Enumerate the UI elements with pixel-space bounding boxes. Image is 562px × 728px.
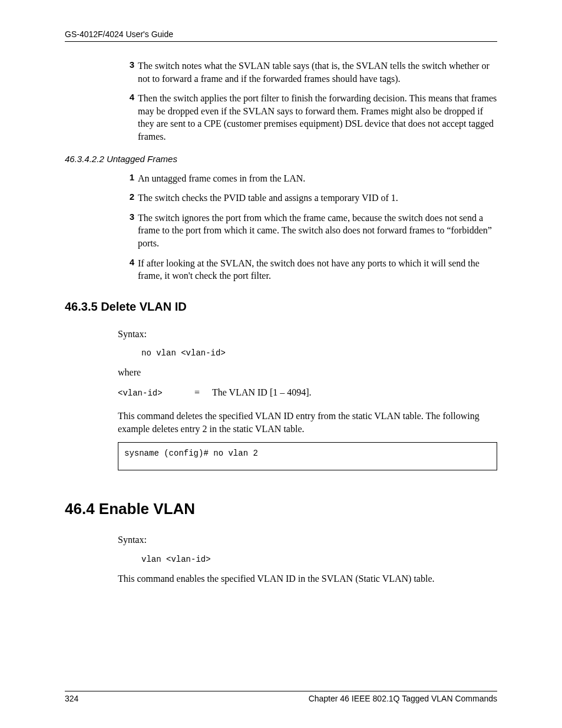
syntax-label: Syntax: (118, 328, 497, 341)
section-heading-enable-vlan: 46.4 Enable VLAN (65, 500, 497, 518)
list-item: 2 The switch checks the PVID table and a… (124, 192, 497, 205)
list-item: 3 The switch ignores the port from which… (124, 212, 497, 250)
section-body-delete: Syntax: no vlan <vlan-id> where <vlan-id… (118, 328, 497, 470)
list-text: An untagged frame comes in from the LAN. (138, 172, 497, 185)
running-header: GS-4012F/4024 User's Guide (65, 29, 497, 42)
list-number: 3 (124, 212, 134, 222)
syntax-code-delete: no vlan <vlan-id> (141, 348, 497, 358)
syntax-label: Syntax: (118, 533, 497, 546)
page-footer: 324 Chapter 46 IEEE 802.1Q Tagged VLAN C… (65, 691, 497, 703)
list-number: 4 (124, 257, 134, 267)
param-row: <vlan-id> = The VLAN ID [1 – 4094]. (118, 387, 497, 398)
list-item: 3 The switch notes what the SVLAN table … (124, 60, 497, 85)
list-number: 4 (124, 92, 134, 102)
page-number: 324 (65, 694, 78, 703)
chapter-label: Chapter 46 IEEE 802.1Q Tagged VLAN Comma… (309, 694, 497, 703)
syntax-code-enable: vlan <vlan-id> (141, 555, 497, 564)
page: GS-4012F/4024 User's Guide 3 The switch … (0, 0, 562, 728)
list-text: If after looking at the SVLAN, the switc… (138, 257, 497, 282)
list-text: Then the switch applies the port filter … (138, 92, 497, 143)
param-desc: The VLAN ID [1 – 4094]. (212, 387, 312, 398)
delete-description: This command deletes the specified VLAN … (118, 410, 497, 435)
list-text: The switch checks the PVID table and ass… (138, 192, 497, 205)
list-number: 3 (124, 60, 134, 70)
sub-sub-heading: 46.3.4.2.2 Untagged Frames (65, 154, 497, 164)
list-number: 1 (124, 172, 134, 182)
param-name: <vlan-id> (118, 388, 194, 398)
enable-description: This command enables the specified VLAN … (118, 572, 497, 585)
list-item: 4 Then the switch applies the port filte… (124, 92, 497, 143)
where-label: where (118, 366, 497, 379)
code-example-box: sysname (config)# no vlan 2 (118, 442, 497, 470)
section-body-enable: Syntax: vlan <vlan-id> This command enab… (118, 533, 497, 585)
list-text: The switch ignores the port from which t… (138, 212, 497, 250)
code-example-text: sysname (config)# no vlan 2 (124, 449, 491, 458)
list-item: 4 If after looking at the SVLAN, the swi… (124, 257, 497, 282)
list-item: 1 An untagged frame comes in from the LA… (124, 172, 497, 185)
list-number: 2 (124, 192, 134, 202)
list-text: The switch notes what the SVLAN table sa… (138, 60, 497, 85)
param-equals: = (194, 387, 212, 398)
section-heading-delete-vlan: 46.3.5 Delete VLAN ID (65, 300, 497, 314)
